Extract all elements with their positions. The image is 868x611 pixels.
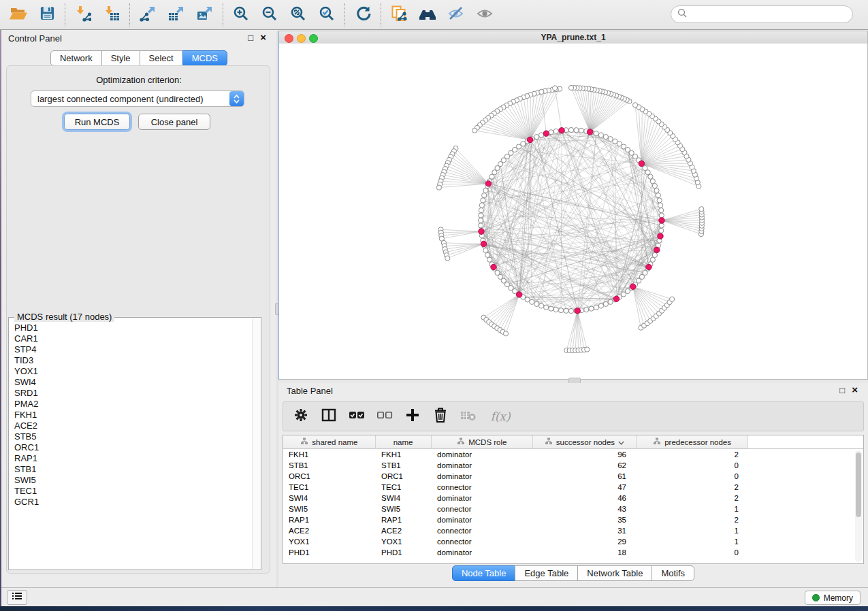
network-graph-canvas[interactable] bbox=[279, 44, 867, 379]
tab-style[interactable]: Style bbox=[101, 50, 140, 66]
control-panel: Control Panel □ × NetworkStyleSelectMCDS… bbox=[1, 31, 276, 587]
table-row[interactable]: ACE2ACE2connector311 bbox=[283, 525, 863, 536]
table-scrollbar-thumb[interactable] bbox=[856, 452, 861, 517]
mcds-result-item[interactable]: TEC1 bbox=[14, 486, 252, 497]
mcds-result-item[interactable]: STB1 bbox=[14, 464, 252, 475]
save-button[interactable] bbox=[33, 3, 61, 27]
add-button[interactable] bbox=[404, 408, 421, 425]
mcds-result-item[interactable]: SWI5 bbox=[14, 475, 252, 486]
table-cell: RAP1 bbox=[283, 514, 376, 525]
deselect-all-button[interactable] bbox=[376, 408, 393, 425]
close-panel-icon[interactable]: × bbox=[260, 32, 266, 43]
column-header-name[interactable]: name bbox=[376, 435, 432, 448]
export-image-button[interactable] bbox=[191, 3, 219, 27]
mcds-result-item[interactable]: FKH1 bbox=[14, 410, 252, 420]
zoom-fit-button[interactable] bbox=[284, 3, 312, 27]
gear-button[interactable] bbox=[293, 408, 309, 425]
table-cell: 18 bbox=[534, 547, 637, 558]
zoom-selected-button[interactable] bbox=[312, 3, 341, 27]
export-table-icon bbox=[168, 5, 184, 24]
run-mcds-button[interactable]: Run MCDS bbox=[64, 114, 130, 130]
mcds-list-scrollbar[interactable] bbox=[252, 318, 260, 569]
show-all-icon bbox=[477, 5, 493, 24]
command-panel-button[interactable] bbox=[7, 590, 27, 605]
import-network-button[interactable] bbox=[69, 3, 97, 27]
table-close-icon[interactable]: × bbox=[852, 384, 858, 395]
table-row[interactable]: STB1STB1dominator620 bbox=[283, 460, 863, 471]
float-panel-icon[interactable]: □ bbox=[248, 33, 253, 44]
hide-selected-button[interactable] bbox=[442, 3, 470, 27]
mcds-result-item[interactable]: ACE2 bbox=[14, 420, 252, 431]
memory-button[interactable]: Memory bbox=[805, 591, 861, 605]
table-column-icon bbox=[300, 437, 308, 446]
mcds-result-item[interactable]: STB5 bbox=[14, 431, 252, 442]
table-row[interactable]: ORC1ORC1dominator610 bbox=[283, 471, 863, 482]
mcds-result-item[interactable]: SWI4 bbox=[14, 377, 252, 388]
export-network-button[interactable] bbox=[133, 3, 162, 27]
first-neighbors-button[interactable] bbox=[413, 3, 442, 27]
table-row[interactable]: SWI5SWI5connector431 bbox=[283, 503, 863, 514]
show-all-button[interactable] bbox=[470, 3, 499, 27]
table-row[interactable]: FKH1FKH1dominator962 bbox=[283, 449, 863, 460]
export-table-button[interactable] bbox=[162, 3, 191, 27]
table-tab-edge-table[interactable]: Edge Table bbox=[515, 565, 578, 581]
table-tab-node-table[interactable]: Node Table bbox=[452, 565, 516, 581]
delete-button[interactable] bbox=[432, 408, 449, 425]
table-scrollbar[interactable] bbox=[855, 450, 862, 562]
close-panel-button[interactable]: Close panel bbox=[138, 114, 210, 130]
table-row[interactable]: PHD1PHD1dominator180 bbox=[283, 547, 863, 558]
column-menu-chevron-icon[interactable] bbox=[618, 438, 624, 446]
table-float-icon[interactable]: □ bbox=[839, 385, 845, 396]
network-graph[interactable] bbox=[279, 44, 867, 379]
table-tab-network-table[interactable]: Network Table bbox=[577, 565, 652, 581]
column-header-predecessor-nodes[interactable]: predecessor nodes bbox=[637, 435, 749, 448]
tab-mcds[interactable]: MCDS bbox=[182, 50, 227, 66]
import-table-button[interactable] bbox=[97, 3, 126, 27]
tab-network[interactable]: Network bbox=[50, 50, 102, 66]
table-cell: 0 bbox=[637, 547, 750, 558]
table-cell: ORC1 bbox=[283, 471, 376, 482]
table-cell: ACE2 bbox=[283, 525, 376, 536]
apply-layout-button[interactable] bbox=[349, 3, 377, 27]
mcds-result-item[interactable]: TID3 bbox=[14, 355, 252, 366]
mcds-result-item[interactable]: CAR1 bbox=[14, 333, 252, 344]
mcds-result-item[interactable]: PMA2 bbox=[14, 399, 252, 410]
zoom-out-button[interactable] bbox=[255, 3, 284, 27]
export-image-icon bbox=[197, 5, 213, 24]
column-header-successor-nodes[interactable]: successor nodes bbox=[533, 435, 637, 448]
table-cell: connector bbox=[432, 503, 534, 514]
tab-select[interactable]: Select bbox=[140, 50, 183, 66]
column-header-shared-name[interactable]: shared name bbox=[283, 435, 376, 448]
mcds-result-item[interactable]: RAP1 bbox=[14, 453, 252, 464]
table-row[interactable]: TEC1TEC1connector472 bbox=[283, 482, 863, 493]
open-button[interactable] bbox=[4, 3, 33, 27]
table-row[interactable]: YOX1YOX1connector291 bbox=[283, 536, 863, 547]
desktop-background-bottom bbox=[0, 606, 868, 611]
table-cell: 0 bbox=[637, 460, 750, 471]
table-tab-motifs[interactable]: Motifs bbox=[652, 565, 694, 581]
new-network-from-selection-button[interactable] bbox=[385, 3, 413, 27]
mcds-result-item[interactable]: SRD1 bbox=[14, 388, 252, 399]
column-header-MCDS-role[interactable]: MCDS role bbox=[432, 435, 534, 448]
mcds-result-item[interactable]: GCR1 bbox=[14, 497, 252, 508]
columns-button[interactable] bbox=[321, 408, 337, 425]
mcds-result-item[interactable]: ORC1 bbox=[14, 442, 252, 453]
mcds-result-list[interactable]: PHD1CAR1STP4TID3YOX1SWI4SRD1PMA2FKH1ACE2… bbox=[10, 323, 252, 569]
select-all-button[interactable] bbox=[349, 408, 365, 425]
mcds-result-item[interactable]: YOX1 bbox=[14, 366, 252, 377]
mcds-result-item[interactable]: PHD1 bbox=[14, 323, 252, 333]
search-box[interactable] bbox=[671, 5, 853, 23]
column-label: MCDS role bbox=[468, 438, 507, 446]
table-row[interactable]: SWI4SWI4dominator462 bbox=[283, 493, 863, 503]
network-window-titlebar[interactable]: YPA_prune.txt_1 bbox=[279, 31, 867, 44]
node-table-body: FKH1FKH1dominator962STB1STB1dominator620… bbox=[283, 449, 863, 558]
mcds-result-item[interactable]: STP4 bbox=[14, 344, 252, 355]
table-row[interactable]: RAP1RAP1dominator352 bbox=[283, 514, 863, 525]
zoom-in-button[interactable] bbox=[227, 3, 255, 27]
table-cell: 31 bbox=[534, 525, 637, 536]
table-cell: connector bbox=[432, 525, 534, 536]
control-panel-tabs: NetworkStyleSelectMCDS bbox=[1, 50, 276, 66]
table-cell: TEC1 bbox=[376, 482, 432, 493]
search-input[interactable] bbox=[690, 9, 846, 20]
criterion-dropdown[interactable]: largest connected component (undirected) bbox=[31, 90, 244, 107]
